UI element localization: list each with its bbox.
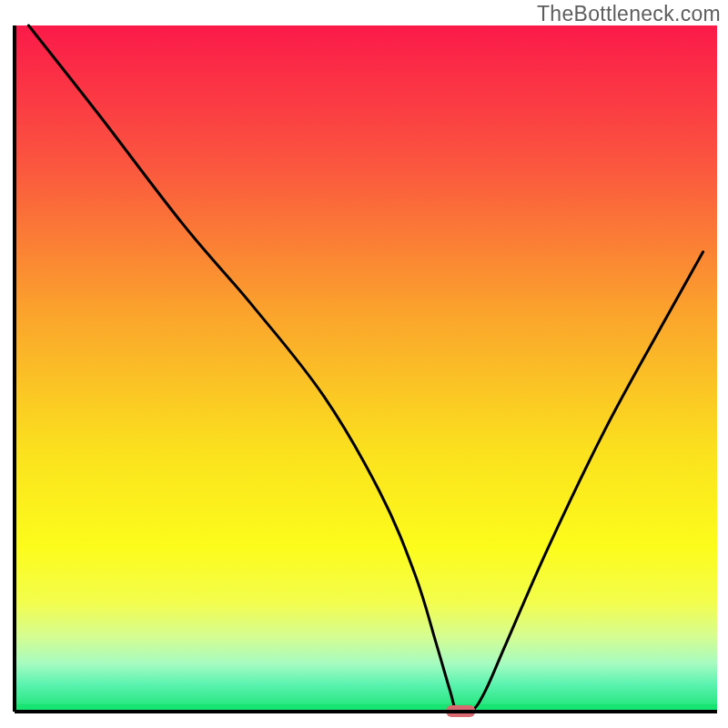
chart-frame: TheBottleneck.com [0, 0, 728, 728]
bottleneck-chart [0, 0, 728, 728]
gradient-background [15, 25, 717, 712]
watermark-label: TheBottleneck.com [537, 2, 721, 26]
